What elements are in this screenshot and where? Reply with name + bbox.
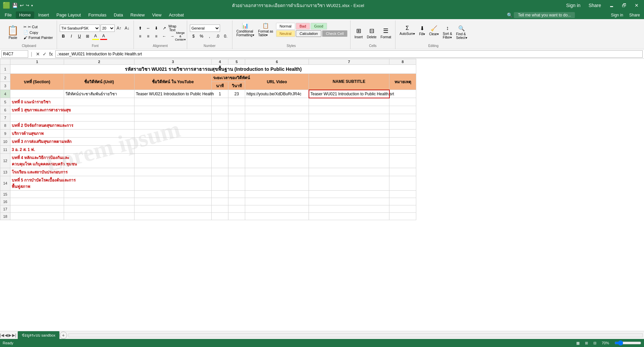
row-header-4[interactable]: 4: [0, 90, 10, 98]
col-header-4[interactable]: 4: [212, 59, 228, 65]
cell-5-2[interactable]: [64, 98, 135, 106]
cell-9-3[interactable]: [135, 130, 212, 138]
font-size-select[interactable]: 20: [101, 24, 115, 32]
cell-17-1[interactable]: [10, 205, 64, 213]
underline-button[interactable]: U: [76, 33, 83, 40]
cell-11-5[interactable]: [228, 146, 245, 154]
cell-14-3[interactable]: [135, 176, 212, 191]
row-header-9[interactable]: 9: [0, 130, 10, 138]
cell-10-6[interactable]: [245, 138, 309, 146]
save-icon[interactable]: 💾: [12, 3, 18, 8]
header-note[interactable]: หมายเหตุ: [389, 74, 416, 90]
col-header-1[interactable]: 1: [10, 59, 64, 65]
autosum-button[interactable]: Σ AutoSum▾: [398, 24, 416, 37]
number-format-select[interactable]: General: [190, 24, 220, 32]
cancel-formula-button[interactable]: ✕: [35, 51, 41, 57]
style-check-cell[interactable]: Check Cell: [322, 30, 347, 37]
cell-4-2[interactable]: วีดิทัศน์ประชาสัมพันธ์รายวิชา: [64, 90, 135, 98]
cell-11-1[interactable]: 3 อ. 2 ส. 1 ฟ.: [10, 146, 64, 154]
menu-data[interactable]: Data: [110, 11, 126, 18]
row-header-11[interactable]: 11: [0, 146, 10, 154]
row-header-5[interactable]: 5: [0, 98, 10, 106]
cell-12-6[interactable]: [245, 154, 309, 168]
font-name-select[interactable]: TH SarabunPSK: [60, 24, 100, 32]
cell-4-4[interactable]: 1: [212, 90, 228, 98]
cell-14-4[interactable]: [212, 176, 228, 191]
cell-17-6[interactable]: [245, 205, 309, 213]
decrease-indent-button[interactable]: ←: [161, 33, 168, 40]
cell-12-5[interactable]: [228, 154, 245, 168]
cell-14-8[interactable]: [389, 176, 416, 191]
italic-button[interactable]: I: [68, 33, 75, 40]
cell-15-3[interactable]: [135, 191, 212, 198]
cell-18-3[interactable]: [135, 213, 212, 220]
format-painter-button[interactable]: 🖌 Format Painter: [22, 35, 54, 40]
font-color-button[interactable]: A: [100, 33, 107, 40]
header-seconds[interactable]: วินาที: [228, 82, 245, 90]
cell-12-1[interactable]: บทที่ 4 หลักและวิธีการป้องกันและควบคุมโร…: [10, 154, 64, 168]
cell-13-6[interactable]: [245, 168, 309, 176]
align-top-button[interactable]: ⬆: [137, 24, 144, 32]
cell-6-1[interactable]: บทที่ 1 สุขภาพและการสาธารณสุข: [10, 106, 64, 114]
cell-5-4[interactable]: [212, 98, 228, 106]
cell-5-7[interactable]: [309, 98, 389, 106]
row-header-1[interactable]: 1: [0, 65, 10, 74]
sort-filter-button[interactable]: ↕ Sort &Filter▾: [441, 24, 453, 41]
row-header-18[interactable]: 18: [0, 213, 10, 220]
format-as-table-button[interactable]: 📋 Format asTable▾: [257, 21, 275, 38]
cell-18-1[interactable]: [10, 213, 64, 220]
cell-14-6[interactable]: [245, 176, 309, 191]
cell-11-7[interactable]: [309, 146, 389, 154]
col-header-8[interactable]: 8: [389, 59, 416, 65]
cell-6-3[interactable]: [135, 106, 212, 114]
redo-icon[interactable]: ↪: [26, 3, 29, 8]
cell-8-4[interactable]: [212, 121, 228, 130]
cell-18-2[interactable]: [64, 213, 135, 220]
cell-11-4[interactable]: [212, 146, 228, 154]
accounting-button[interactable]: $: [190, 33, 197, 40]
cell-8-5[interactable]: [228, 121, 245, 130]
cell-16-2[interactable]: [64, 198, 135, 205]
col-header-6[interactable]: 6: [245, 59, 309, 65]
cell-8-3[interactable]: [135, 121, 212, 130]
row-header-12[interactable]: 12: [0, 154, 10, 168]
scrollbar-horizontal[interactable]: [67, 333, 644, 337]
row-header-14[interactable]: 14: [0, 176, 10, 191]
cell-4-3[interactable]: Teaser WU021 Introduction to Public Heal…: [135, 90, 212, 98]
conditional-formatting-button[interactable]: 📊 ConditionalFormatting▾: [235, 21, 256, 38]
orientation-button[interactable]: ↗: [161, 24, 168, 32]
insert-cell-button[interactable]: ⊞ Insert: [353, 26, 364, 40]
cell-15-5[interactable]: [228, 191, 245, 198]
menu-formulas[interactable]: Formulas: [85, 11, 110, 18]
cell-15-6[interactable]: [245, 191, 309, 198]
cell-16-5[interactable]: [228, 198, 245, 205]
sign-in-button[interactable]: Sign in: [564, 2, 583, 9]
cell-11-3[interactable]: [135, 146, 212, 154]
cell-4-1[interactable]: [10, 90, 64, 98]
add-sheet-button[interactable]: +: [60, 332, 67, 339]
name-box[interactable]: [1, 50, 28, 58]
cell-13-2[interactable]: [64, 168, 135, 176]
menu-view[interactable]: View: [149, 11, 165, 18]
row-header-15[interactable]: 15: [0, 191, 10, 198]
menu-page-layout[interactable]: Page Layout: [53, 11, 84, 18]
cell-7-2[interactable]: [64, 114, 135, 121]
sheet-area[interactable]: Lorem ipsum 1 2 3 4 5 6 7 8: [0, 59, 644, 339]
cell-15-8[interactable]: [389, 191, 416, 198]
cell-13-8[interactable]: [389, 168, 416, 176]
row-header-7[interactable]: 7: [0, 114, 10, 121]
cell-16-3[interactable]: [135, 198, 212, 205]
increase-font-size-button[interactable]: A↑: [115, 24, 123, 32]
share-menu[interactable]: Share: [627, 12, 643, 18]
cell-12-7[interactable]: [309, 154, 389, 168]
align-bottom-button[interactable]: ⬇: [153, 24, 160, 32]
cell-17-2[interactable]: [64, 205, 135, 213]
col-header-2[interactable]: 2: [64, 59, 135, 65]
cell-13-3[interactable]: [135, 168, 212, 176]
cell-12-4[interactable]: [212, 154, 228, 168]
merge-center-button[interactable]: Merge & Center▾: [177, 33, 184, 40]
cell-5-8[interactable]: [389, 98, 416, 106]
cell-18-4[interactable]: [212, 213, 228, 220]
row-header-3[interactable]: 3: [0, 82, 10, 90]
cell-8-1[interactable]: บทที่ 2 ปัจจัยกำหนดสุขภาพและการ: [10, 121, 64, 130]
